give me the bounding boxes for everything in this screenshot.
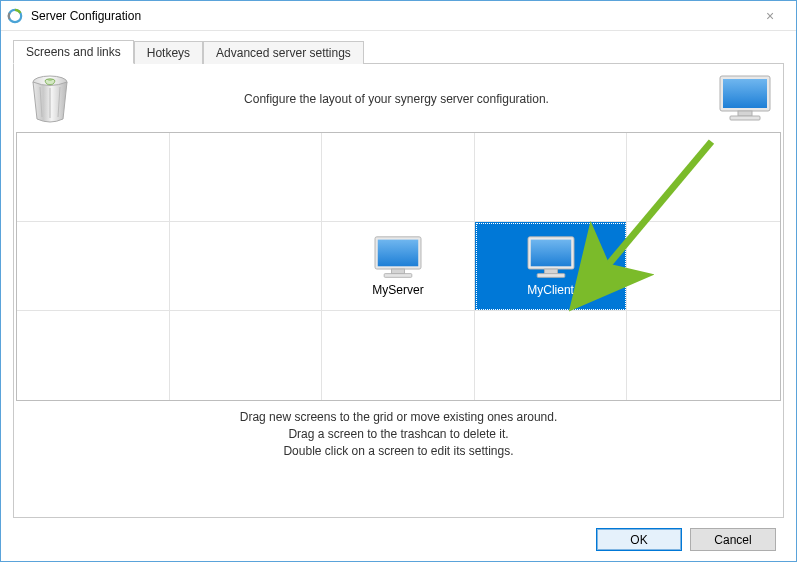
grid-cell[interactable] — [475, 311, 628, 400]
ok-button[interactable]: OK — [596, 528, 682, 551]
hint-line-2: Drag a screen to the trashcan to delete … — [16, 426, 781, 443]
grid-wrap: MyServerMyClient — [16, 132, 781, 401]
monitor-icon — [373, 235, 423, 281]
grid-cell[interactable] — [17, 133, 170, 222]
svg-rect-8 — [392, 269, 405, 274]
cancel-button[interactable]: Cancel — [690, 528, 776, 551]
grid-cell[interactable] — [170, 311, 323, 400]
screen-label: MyServer — [372, 283, 423, 297]
tab-strip: Screens and links Hotkeys Advanced serve… — [13, 39, 784, 63]
instruction-text: Configure the layout of your synergy ser… — [76, 92, 717, 106]
screen-label: MyClient — [527, 283, 574, 297]
svg-rect-11 — [530, 240, 570, 267]
trash-dropzone[interactable] — [24, 71, 76, 127]
dialog-button-row: OK Cancel — [13, 518, 784, 551]
grid-cell[interactable] — [627, 133, 780, 222]
titlebar[interactable]: Server Configuration × — [1, 1, 796, 31]
trash-icon — [28, 73, 72, 125]
grid-cell[interactable] — [17, 222, 170, 311]
top-row: Configure the layout of your synergy ser… — [16, 66, 781, 132]
grid-cell[interactable] — [627, 222, 780, 311]
svg-rect-13 — [537, 274, 565, 278]
tab-screens-and-links[interactable]: Screens and links — [13, 40, 134, 64]
svg-rect-9 — [384, 274, 412, 278]
new-screen-draggable[interactable] — [717, 71, 773, 127]
hint-line-3: Double click on a screen to edit its set… — [16, 443, 781, 460]
svg-rect-12 — [544, 269, 557, 274]
tab-panel-screens: Configure the layout of your synergy ser… — [13, 63, 784, 518]
grid-cell[interactable] — [322, 133, 475, 222]
tab-hotkeys[interactable]: Hotkeys — [134, 41, 203, 64]
grid-cell[interactable] — [170, 133, 323, 222]
svg-rect-4 — [738, 111, 752, 116]
app-icon — [7, 8, 23, 24]
svg-rect-5 — [730, 116, 760, 120]
screen-grid[interactable]: MyServerMyClient — [16, 132, 781, 401]
monitor-icon — [718, 74, 772, 124]
close-button[interactable]: × — [750, 1, 790, 30]
server-config-window: Server Configuration × Screens and links… — [0, 0, 797, 562]
grid-cell[interactable] — [170, 222, 323, 311]
grid-cell[interactable] — [322, 311, 475, 400]
client-area: Screens and links Hotkeys Advanced serve… — [1, 31, 796, 561]
svg-rect-7 — [378, 240, 418, 267]
grid-cell[interactable] — [475, 133, 628, 222]
grid-cell[interactable] — [627, 311, 780, 400]
hint-line-1: Drag new screens to the grid or move exi… — [16, 409, 781, 426]
screen-myserver[interactable]: MyServer — [322, 222, 475, 311]
window-title: Server Configuration — [31, 9, 750, 23]
grid-cell[interactable] — [17, 311, 170, 400]
hints-block: Drag new screens to the grid or move exi… — [16, 409, 781, 459]
monitor-icon — [526, 235, 576, 281]
screen-myclient[interactable]: MyClient — [475, 222, 628, 311]
svg-rect-3 — [723, 79, 767, 108]
tab-advanced-server-settings[interactable]: Advanced server settings — [203, 41, 364, 64]
